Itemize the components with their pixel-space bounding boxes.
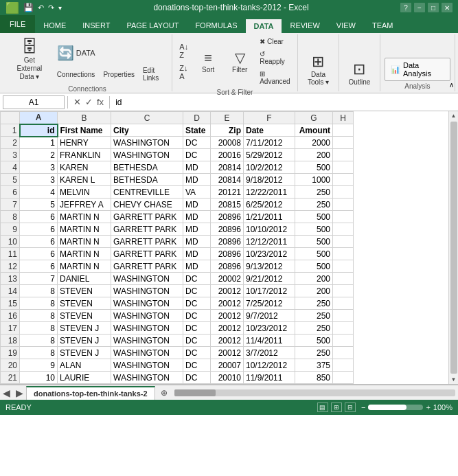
cell[interactable]: WASHINGTON — [111, 335, 183, 347]
cell[interactable] — [333, 297, 354, 310]
cell[interactable]: GARRETT PARK — [111, 260, 183, 273]
grid-scroll[interactable]: A B C D E F G H 1idFirst NameCityStateZi… — [0, 111, 448, 384]
cell[interactable]: 10/23/2012 — [244, 248, 295, 260]
cell[interactable]: DC — [183, 322, 211, 335]
cell[interactable] — [333, 236, 354, 248]
cell[interactable]: 20012 — [211, 335, 244, 347]
cell[interactable] — [333, 186, 354, 199]
cell[interactable]: 20814 — [211, 161, 244, 174]
cell[interactable]: MD — [183, 211, 211, 223]
tab-review[interactable]: REVIEW — [282, 18, 328, 33]
cell[interactable]: 7 — [20, 273, 58, 285]
cell[interactable]: 10/23/2012 — [244, 322, 295, 335]
az-sort-button[interactable]: A↓Z — [176, 41, 192, 61]
col-header-e[interactable]: E — [211, 112, 244, 124]
cell[interactable]: MD — [183, 161, 211, 174]
cell[interactable]: 20016 — [211, 149, 244, 161]
cell[interactable]: 3 — [20, 161, 58, 174]
cell[interactable]: Date — [244, 124, 295, 137]
advanced-button[interactable]: ⊞ Advanced — [256, 68, 293, 87]
cell[interactable]: WASHINGTON — [111, 322, 183, 335]
cell[interactable]: 10/17/2012 — [244, 285, 295, 297]
data-analysis-button[interactable]: 📊 Data Analysis — [385, 58, 450, 81]
cell[interactable]: 250 — [295, 322, 333, 335]
cell[interactable]: MD — [183, 236, 211, 248]
cell[interactable]: 850 — [295, 372, 333, 384]
cell[interactable] — [333, 149, 354, 161]
cell[interactable]: Zip — [211, 124, 244, 137]
cell[interactable]: GARRETT PARK — [111, 223, 183, 236]
col-header-a[interactable]: A — [20, 112, 58, 124]
cell[interactable] — [333, 347, 354, 359]
cell[interactable]: DC — [183, 285, 211, 297]
col-header-d[interactable]: D — [183, 112, 211, 124]
cell[interactable]: DC — [183, 310, 211, 322]
cell[interactable]: First Name — [58, 124, 111, 137]
sheet-tab-nav-right[interactable]: ▶ — [13, 387, 26, 398]
cell[interactable]: 8 — [20, 297, 58, 310]
cell[interactable]: 10/10/2012 — [244, 223, 295, 236]
cell[interactable]: WASHINGTON — [111, 347, 183, 359]
cell[interactable]: DC — [183, 372, 211, 384]
cell[interactable]: 1 — [20, 137, 58, 149]
clear-button[interactable]: ✖ Clear — [256, 36, 293, 47]
cell[interactable]: WASHINGTON — [111, 359, 183, 372]
cell[interactable]: STEVEN J — [58, 347, 111, 359]
h-scroll-thumb[interactable] — [174, 389, 216, 396]
za-sort-button[interactable]: Z↓A — [176, 62, 192, 82]
cell[interactable]: 9 — [20, 359, 58, 372]
cell[interactable]: 20007 — [211, 359, 244, 372]
cell[interactable]: 11/4/2011 — [244, 335, 295, 347]
cell[interactable]: STEVEN J — [58, 335, 111, 347]
cell[interactable]: 375 — [295, 359, 333, 372]
cell[interactable] — [333, 223, 354, 236]
cell[interactable]: GARRETT PARK — [111, 211, 183, 223]
cell[interactable]: MD — [183, 174, 211, 186]
cell[interactable]: 8 — [20, 285, 58, 297]
maximize-btn[interactable]: □ — [428, 3, 439, 12]
cell[interactable]: 20896 — [211, 248, 244, 260]
cell[interactable] — [333, 335, 354, 347]
cell[interactable]: 200 — [295, 149, 333, 161]
cell[interactable]: 10/12/2012 — [244, 359, 295, 372]
add-sheet-button[interactable]: ⊕ — [157, 387, 172, 399]
cell[interactable] — [333, 322, 354, 335]
connections-button[interactable]: Connections — [54, 65, 99, 84]
cell[interactable] — [333, 137, 354, 149]
tab-team[interactable]: TEAM — [364, 18, 402, 33]
properties-button[interactable]: Properties — [100, 65, 138, 84]
cell[interactable]: 20121 — [211, 186, 244, 199]
scroll-up-arrow[interactable]: ▲ — [450, 111, 458, 120]
cell[interactable]: WASHINGTON — [111, 310, 183, 322]
col-header-b[interactable]: B — [58, 112, 111, 124]
cell[interactable]: MARTIN N — [58, 248, 111, 260]
cell[interactable]: 2 — [20, 149, 58, 161]
name-box[interactable] — [3, 95, 65, 109]
cell[interactable]: 250 — [295, 297, 333, 310]
cell[interactable] — [333, 161, 354, 174]
cell[interactable]: 20896 — [211, 223, 244, 236]
cell[interactable]: DC — [183, 359, 211, 372]
tab-formulas[interactable]: FORMULAS — [187, 18, 245, 33]
cell[interactable]: DC — [183, 149, 211, 161]
cell[interactable]: FRANKLIN — [58, 149, 111, 161]
cell[interactable]: 20896 — [211, 211, 244, 223]
get-external-data-button[interactable]: 🗄 Get ExternalData ▾ — [7, 36, 52, 84]
cell[interactable]: DC — [183, 297, 211, 310]
help-btn[interactable]: ? — [400, 3, 411, 12]
cell[interactable]: CHEVY CHASE — [111, 199, 183, 211]
cell[interactable]: 250 — [295, 186, 333, 199]
cell[interactable]: 20002 — [211, 273, 244, 285]
cell[interactable]: 4 — [20, 186, 58, 199]
cell[interactable]: VA — [183, 186, 211, 199]
cell[interactable]: KAREN — [58, 161, 111, 174]
reapply-button[interactable]: ↺ Reapply — [256, 48, 293, 67]
cell[interactable]: 1/21/2011 — [244, 211, 295, 223]
cell[interactable]: STEVEN — [58, 297, 111, 310]
cell[interactable]: 20012 — [211, 285, 244, 297]
page-layout-icon[interactable]: ⊞ — [331, 403, 342, 412]
cell[interactable]: 7/11/2012 — [244, 137, 295, 149]
cell[interactable]: MD — [183, 248, 211, 260]
filter-button[interactable]: ▽ Filter — [225, 47, 255, 76]
cell[interactable]: 20012 — [211, 322, 244, 335]
